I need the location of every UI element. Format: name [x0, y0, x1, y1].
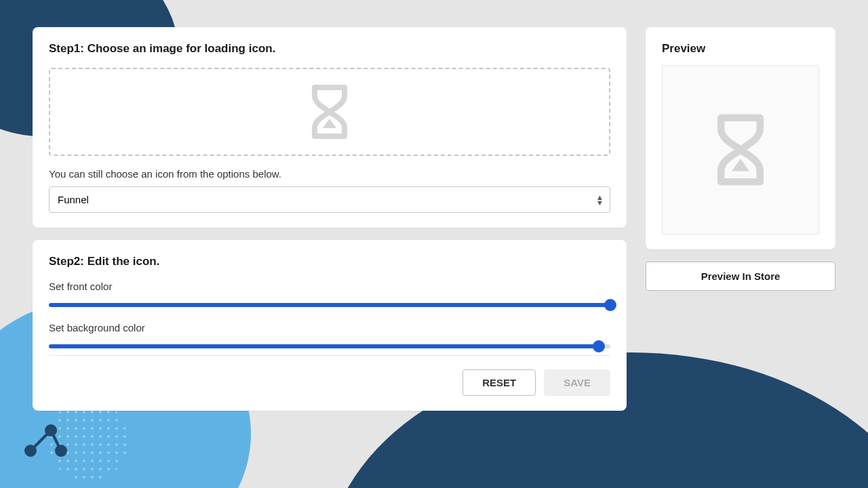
step1-card: Step1: Choose an image for loading icon.… [33, 27, 627, 228]
front-color-slider[interactable] [49, 303, 610, 307]
preview-in-store-button[interactable]: Preview In Store [646, 262, 835, 291]
reset-button[interactable]: RESET [462, 369, 536, 396]
hourglass-icon [712, 113, 769, 187]
svg-point-2 [24, 445, 37, 457]
step1-hint: You can still choose an icon from the op… [49, 168, 610, 180]
preview-title: Preview [662, 42, 819, 56]
hourglass-icon [308, 83, 351, 140]
save-button: SAVE [544, 369, 610, 396]
bg-color-label: Set background color [49, 322, 610, 333]
svg-point-4 [55, 445, 67, 457]
bg-color-slider[interactable] [49, 344, 610, 348]
bg-color-slider-thumb[interactable] [593, 340, 605, 352]
step1-title: Step1: Choose an image for loading icon. [49, 42, 610, 56]
front-color-label: Set front color [49, 281, 610, 292]
step2-title: Step2: Edit the icon. [49, 255, 610, 268]
icon-select[interactable]: Funnel [49, 186, 610, 213]
preview-card: Preview [646, 27, 835, 249]
step2-card: Step2: Edit the icon. Set front color Se… [33, 240, 627, 411]
preview-box [662, 65, 819, 235]
front-color-slider-thumb[interactable] [604, 299, 616, 311]
image-upload-zone[interactable] [49, 68, 610, 156]
divider [49, 355, 610, 356]
